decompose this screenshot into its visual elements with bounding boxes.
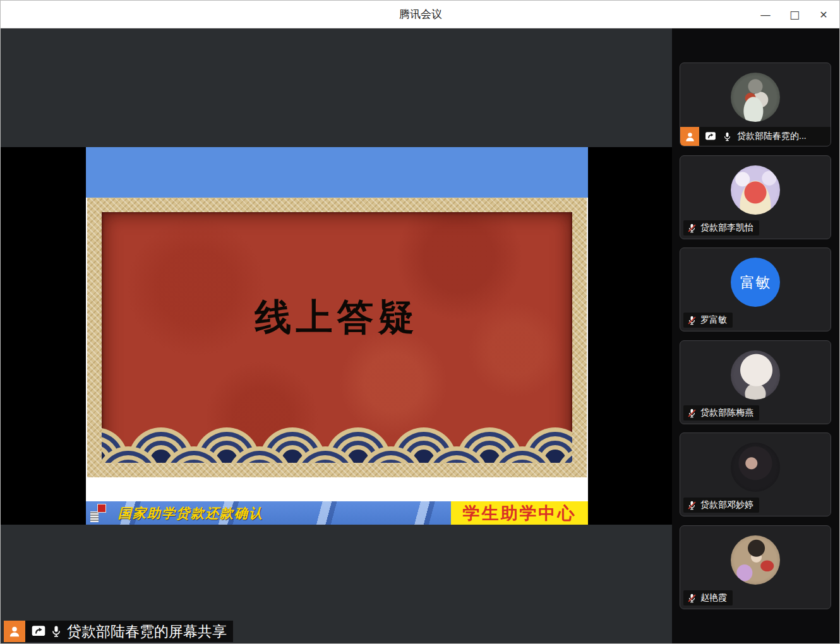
avatar <box>731 350 780 400</box>
window-controls: — □ ✕ <box>751 1 838 28</box>
participant-tile-luchunni[interactable]: 贷款部陆春霓的... <box>680 63 831 146</box>
participant-name: 贷款部陈梅燕 <box>700 407 753 419</box>
presenter-badge-icon <box>680 127 699 146</box>
participant-status-bar: 贷款部陆春霓的... <box>680 127 831 146</box>
screen-share-indicator-text: 贷款部陆春霓的屏幕共享 <box>67 622 227 641</box>
avatar <box>731 443 780 492</box>
participant-tile-chenmeiyan[interactable]: 贷款部陈梅燕 <box>680 340 831 424</box>
close-button[interactable]: ✕ <box>809 1 838 28</box>
participant-name: 赵艳霞 <box>700 592 727 604</box>
app-window: 腾讯会议 — □ ✕ 线上答疑 <box>0 0 840 644</box>
window-title: 腾讯会议 <box>1 1 840 28</box>
participant-name-chip: 罗富敏 <box>683 313 733 328</box>
participant-name-chip: 贷款部李凯怡 <box>683 220 759 236</box>
participant-name: 罗富敏 <box>700 314 727 326</box>
presentation-slide: 线上答疑 国家助学贷 <box>86 147 588 525</box>
window-titlebar: 腾讯会议 — □ ✕ <box>1 1 840 28</box>
avatar <box>731 73 780 122</box>
participant-name: 贷款部邓妙婷 <box>700 499 753 511</box>
minimize-button[interactable]: — <box>751 1 780 28</box>
participant-name: 贷款部李凯怡 <box>700 222 753 234</box>
slide-footer-badge: 学生助学中心 <box>451 501 588 525</box>
slide-logo-icon <box>90 504 107 522</box>
slide-footer-banner: 国家助学贷款还款确认 <box>86 501 451 525</box>
avatar <box>731 535 780 585</box>
microphone-icon <box>49 624 63 638</box>
participant-tile-zhaoyanxia[interactable]: 赵艳霞 <box>680 525 831 609</box>
screen-share-stage: 线上答疑 国家助学贷 <box>1 28 672 644</box>
participant-name: 贷款部陆春霓的... <box>737 131 831 142</box>
slide-footer-left-text: 国家助学贷款还款确认 <box>118 504 263 522</box>
muted-microphone-icon <box>687 408 697 419</box>
participant-tile-luofumin[interactable]: 富敏 罗富敏 <box>680 247 831 331</box>
microphone-icon <box>722 131 733 142</box>
participant-name-chip: 贷款部邓妙婷 <box>683 498 759 513</box>
slide-white-strip <box>86 477 588 499</box>
participant-name-chip: 赵艳霞 <box>683 590 733 605</box>
avatar <box>731 165 780 215</box>
participants-sidebar: 贷款部陆春霓的... 贷款部李凯怡 富敏 罗富敏 贷款部陈梅燕 <box>672 28 840 644</box>
seigaiha-wave-pattern <box>102 411 572 463</box>
muted-microphone-icon <box>687 593 697 604</box>
maximize-button[interactable]: □ <box>780 1 809 28</box>
screen-share-indicator[interactable]: 贷款部陆春霓的屏幕共享 <box>4 621 233 642</box>
slide-footer: 国家助学贷款还款确认 学生助学中心 <box>86 501 588 525</box>
shared-screen-video: 线上答疑 国家助学贷 <box>1 147 672 525</box>
muted-microphone-icon <box>687 500 697 511</box>
slide-red-panel: 线上答疑 <box>102 212 572 463</box>
participant-tile-likaiyi[interactable]: 贷款部李凯怡 <box>680 155 831 239</box>
presenter-badge-icon <box>4 621 25 642</box>
muted-microphone-icon <box>687 223 697 234</box>
screen-share-icon <box>30 623 47 640</box>
avatar: 富敏 <box>731 258 780 307</box>
screen-share-icon <box>704 130 717 143</box>
muted-microphone-icon <box>687 315 697 326</box>
slide-title: 线上答疑 <box>102 293 572 342</box>
slide-top-band <box>86 147 588 198</box>
screen-share-indicator-label: 贷款部陆春霓的屏幕共享 <box>25 621 233 642</box>
slide-gold-frame: 线上答疑 <box>87 198 587 477</box>
participant-tile-dengmiaoting[interactable]: 贷款部邓妙婷 <box>680 432 831 516</box>
participant-name-chip: 贷款部陈梅燕 <box>683 405 759 420</box>
